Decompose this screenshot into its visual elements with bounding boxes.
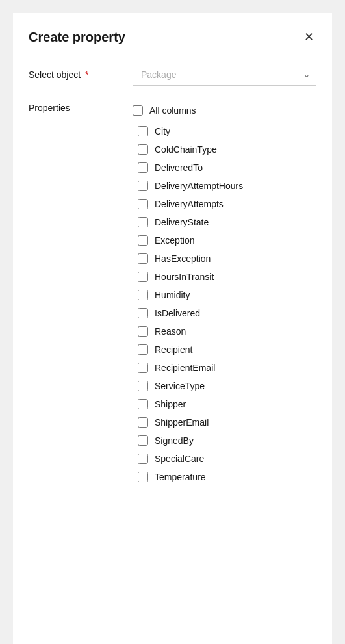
property-label-city[interactable]: City [155,126,170,136]
property-checkbox-servicetype[interactable] [138,381,148,391]
property-checkbox-deliveryattempts[interactable] [138,199,148,209]
list-item: City [138,122,316,140]
property-label-shipperemail[interactable]: ShipperEmail [155,417,209,428]
property-label-exception[interactable]: Exception [155,235,194,246]
list-item: DeliveryState [138,213,316,231]
property-label-reason[interactable]: Reason [155,326,186,337]
list-item: Shipper [138,395,316,413]
property-label-recipient[interactable]: Recipient [155,344,192,355]
property-checkbox-hoursintransit[interactable] [138,272,148,282]
required-indicator: * [83,70,88,80]
list-item: ShipperEmail [138,413,316,431]
property-label-hoursintransit[interactable]: HoursInTransit [155,272,214,282]
select-object-row: Select object * Package ⌄ [29,64,316,86]
property-label-hasexception[interactable]: HasException [155,253,211,264]
all-columns-checkbox[interactable] [133,105,143,116]
property-items-list: CityColdChainTypeDeliveredToDeliveryAtte… [133,122,316,486]
all-columns-row: All columns [133,101,316,120]
list-item: ColdChainType [138,140,316,159]
property-checkbox-shipper[interactable] [138,399,148,409]
list-item: IsDelivered [138,304,316,322]
panel-header: Create property ✕ [29,29,316,45]
property-label-recipientemail[interactable]: RecipientEmail [155,363,215,373]
select-object-input[interactable]: Package [133,64,316,86]
property-label-signedby[interactable]: SignedBy [155,435,194,446]
list-item: HoursInTransit [138,268,316,286]
property-label-coldchaintype[interactable]: ColdChainType [155,144,217,155]
property-label-servicetype[interactable]: ServiceType [155,381,205,391]
list-item: RecipientEmail [138,359,316,377]
list-item: SignedBy [138,431,316,450]
list-item: SpecialCare [138,450,316,468]
property-label-deliveryattempts[interactable]: DeliveryAttempts [155,199,224,209]
property-checkbox-deliveredto[interactable] [138,162,148,173]
list-item: Exception [138,231,316,250]
property-checkbox-humidity[interactable] [138,290,148,300]
property-label-deliveredto[interactable]: DeliveredTo [155,162,203,173]
property-checkbox-deliverystate[interactable] [138,217,148,227]
property-checkbox-reason[interactable] [138,326,148,337]
property-checkbox-shipperemail[interactable] [138,417,148,428]
list-item: Temperature [138,468,316,486]
property-checkbox-deliveryattempthours[interactable] [138,181,148,191]
property-label-isdelivered[interactable]: IsDelivered [155,308,200,318]
property-checkbox-recipientemail[interactable] [138,363,148,373]
properties-list: All columns CityColdChainTypeDeliveredTo… [133,101,316,486]
panel-title: Create property [29,30,125,45]
properties-row: Properties All columns CityColdChainType… [29,101,316,486]
property-checkbox-recipient[interactable] [138,344,148,355]
create-property-panel: Create property ✕ Select object * Packag… [13,13,332,644]
list-item: DeliveryAttempts [138,195,316,213]
property-label-shipper[interactable]: Shipper [155,399,186,409]
list-item: ServiceType [138,377,316,395]
property-label-temperature[interactable]: Temperature [155,472,206,482]
property-label-deliverystate[interactable]: DeliveryState [155,217,209,227]
properties-label: Properties [29,101,133,113]
property-label-specialcare[interactable]: SpecialCare [155,454,204,464]
select-object-label: Select object * [29,70,133,80]
property-label-deliveryattempthours[interactable]: DeliveryAttemptHours [155,181,243,191]
property-checkbox-temperature[interactable] [138,472,148,482]
list-item: DeliveryAttemptHours [138,177,316,195]
all-columns-label[interactable]: All columns [149,105,196,116]
list-item: HasException [138,250,316,268]
list-item: Humidity [138,286,316,304]
property-checkbox-specialcare[interactable] [138,454,148,464]
list-item: DeliveredTo [138,159,316,177]
property-label-humidity[interactable]: Humidity [155,290,190,300]
property-checkbox-signedby[interactable] [138,435,148,446]
property-checkbox-isdelivered[interactable] [138,308,148,318]
property-checkbox-coldchaintype[interactable] [138,144,148,155]
select-object-wrapper: Package ⌄ [133,64,316,86]
property-checkbox-hasexception[interactable] [138,253,148,264]
property-checkbox-city[interactable] [138,126,148,136]
list-item: Recipient [138,341,316,359]
close-button[interactable]: ✕ [301,29,316,45]
list-item: Reason [138,322,316,341]
property-checkbox-exception[interactable] [138,235,148,246]
